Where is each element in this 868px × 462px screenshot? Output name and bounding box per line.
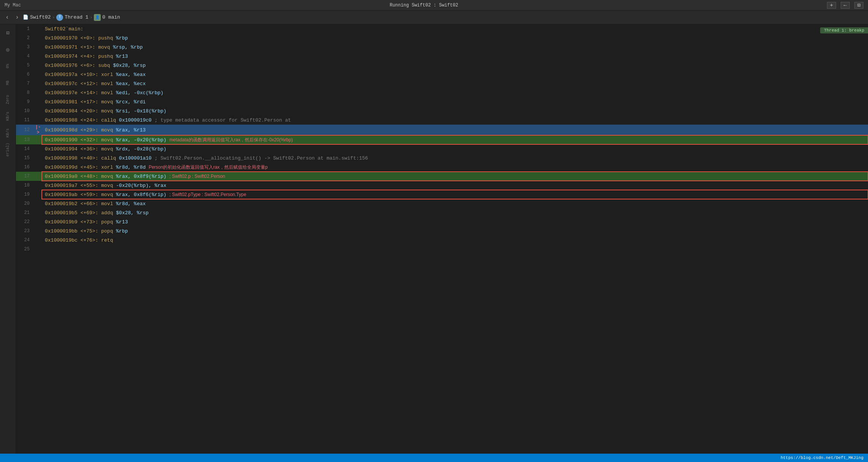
sidebar-net-down-icon[interactable]: KB/s — [3, 128, 13, 138]
table-row: 110x100001988 <+24>: callq 0x1000019c0 ;… — [16, 115, 868, 125]
line-marker — [34, 226, 42, 236]
breadcrumb-file[interactable]: 📄 Swift02 — [23, 14, 51, 20]
line-code: 0x100001990 <+32>: movq %rax, -0x20(%rbp… — [42, 135, 868, 144]
sidebar-memory-icon[interactable]: MB — [3, 78, 13, 88]
thread-icon: T — [56, 14, 63, 21]
line-number: 11 — [16, 115, 34, 125]
breadcrumb: 📄 Swift02 › T Thread 1 › 👤 0 main — [23, 14, 120, 21]
chevron-icon-1: › — [52, 15, 55, 20]
line-marker: |-> — [34, 125, 42, 135]
nav-forward-button[interactable]: › — [13, 13, 21, 22]
line-number: 1 — [16, 24, 34, 33]
layout-button[interactable]: ⊡ — [854, 2, 863, 9]
memory-label: MB — [6, 81, 10, 85]
back-button[interactable]: ← — [841, 2, 850, 9]
table-row: 140x100001994 <+36>: movq %rdx, -0x28(%r… — [16, 144, 868, 153]
sidebar-serial-icon[interactable]: erial) — [3, 144, 13, 155]
title-bar-right: + ← ⊡ — [827, 2, 863, 9]
chevron-icon-2: › — [90, 15, 93, 20]
table-row: 220x1000019b9 <+73>: popq %r13 — [16, 217, 868, 226]
breadcrumb-thread[interactable]: T Thread 1 — [56, 14, 88, 21]
line-number: 23 — [16, 226, 34, 236]
line-code: 0x1000019a7 <+55>: movq -0x20(%rbp), %ra… — [42, 181, 868, 190]
running-status: Running Swift02 : Swift02 — [390, 3, 458, 8]
line-number: 14 — [16, 144, 34, 153]
line-marker — [34, 172, 42, 181]
line-marker — [34, 88, 42, 97]
line-number: 16 — [16, 163, 34, 172]
table-row: 50x100001976 <+6>: subq $0x28, %rsp — [16, 61, 868, 70]
nav-bar: ‹ › 📄 Swift02 › T Thread 1 › 👤 0 main — [0, 11, 868, 24]
table-row: 80x10000197e <+14>: movl %edi, -0xc(%rbp… — [16, 88, 868, 97]
bottom-bar: https://blog.csdn.net/Deft_MKJing — [0, 454, 868, 462]
line-marker — [34, 199, 42, 208]
table-row: 190x1000019ab <+59>: movq %rax, 0x8f6(%r… — [16, 190, 868, 199]
line-number: 6 — [16, 70, 34, 79]
title-bar: My Mac Running Swift02 : Swift02 + ← ⊡ — [0, 0, 868, 11]
line-number: 21 — [16, 208, 34, 217]
line-number: 15 — [16, 153, 34, 163]
line-marker — [34, 190, 42, 199]
line-marker — [34, 236, 42, 245]
line-code: 0x1000019b5 <+69>: addq $0x28, %rsp — [42, 208, 868, 217]
line-marker — [34, 61, 42, 70]
sidebar-grid-icon[interactable]: ⊡ — [3, 27, 13, 38]
line-code: 0x100001974 <+4>: pushq %r13 — [42, 52, 868, 61]
person-icon: 👤 — [94, 14, 101, 21]
line-number: 8 — [16, 88, 34, 97]
line-code: 0x100001970 <+0>: pushq %rbp — [42, 33, 868, 43]
table-row: 210x1000019b5 <+69>: addq $0x28, %rsp — [16, 208, 868, 217]
add-button[interactable]: + — [827, 2, 836, 9]
line-number: 2 — [16, 33, 34, 43]
sidebar-net-up-icon[interactable]: KB/s — [3, 111, 13, 122]
line-marker — [34, 208, 42, 217]
line-number: 18 — [16, 181, 34, 190]
line-code: 0x100001988 <+24>: callq 0x1000019c0 ; t… — [42, 115, 868, 125]
line-number: 7 — [16, 79, 34, 88]
main-label: 0 main — [102, 14, 120, 20]
line-code: 0x100001994 <+36>: movq %rdx, -0x28(%rbp… — [42, 144, 868, 153]
line-code: 0x10000197c <+12>: movl %eax, %ecx — [42, 79, 868, 88]
nav-back-button[interactable]: ‹ — [3, 13, 11, 22]
line-code: 0x100001981 <+17>: movq %rcx, %rdi — [42, 97, 868, 106]
main-layout: ⊡ ◎ 0% MB Zero KB/s KB/s erial) Thread 1… — [0, 24, 868, 454]
sidebar-cpu-icon[interactable]: 0% — [3, 61, 13, 71]
breadcrumb-main[interactable]: 👤 0 main — [94, 14, 120, 21]
thread-label: Thread 1 — [65, 14, 88, 20]
device-label: My Mac — [5, 3, 21, 8]
line-code: 0x10000197a <+10>: xorl %eax, %eax — [42, 70, 868, 79]
table-row: 240x1000019bc <+76>: retq — [16, 236, 868, 245]
table-row: 40x100001974 <+4>: pushq %r13 — [16, 52, 868, 61]
code-scroll[interactable]: 1Swift02`main:20x100001970 <+0>: pushq %… — [16, 24, 868, 454]
line-code: 0x1000019b2 <+66>: movl %r8d, %eax — [42, 199, 868, 208]
table-row: 30x100001971 <+1>: movq %rsp, %rbp — [16, 43, 868, 52]
sidebar-zero-icon[interactable]: Zero — [3, 94, 13, 105]
line-code: 0x100001971 <+1>: movq %rsp, %rbp — [42, 43, 868, 52]
line-code: 0x1000019bb <+75>: popq %rbp — [42, 226, 868, 236]
line-marker — [34, 135, 42, 144]
table-row: 150x100001998 <+40>: callq 0x100001a10 ;… — [16, 153, 868, 163]
line-code: 0x1000019bc <+76>: retq — [42, 236, 868, 245]
sidebar-circle-icon[interactable]: ◎ — [3, 44, 13, 55]
table-row: 1Swift02`main: — [16, 24, 868, 33]
swift02-label: Swift02 — [30, 14, 51, 20]
line-code: 0x1000019b9 <+73>: popq %r13 — [42, 217, 868, 226]
line-number: 25 — [16, 245, 34, 254]
line-marker — [34, 52, 42, 61]
table-row: 70x10000197c <+12>: movl %eax, %ecx — [16, 79, 868, 88]
line-number: 24 — [16, 236, 34, 245]
net-down-label: KB/s — [6, 128, 10, 138]
line-marker — [34, 97, 42, 106]
title-bar-left: My Mac — [5, 3, 21, 8]
line-code: Swift02`main: — [42, 24, 868, 33]
line-number: 22 — [16, 217, 34, 226]
line-code — [42, 245, 868, 254]
line-number: 19 — [16, 190, 34, 199]
table-row: 60x10000197a <+10>: xorl %eax, %eax — [16, 70, 868, 79]
line-number: 3 — [16, 43, 34, 52]
line-marker — [34, 217, 42, 226]
line-number: 10 — [16, 106, 34, 115]
line-number: 5 — [16, 61, 34, 70]
line-marker — [34, 115, 42, 125]
line-number: 17 — [16, 172, 34, 181]
